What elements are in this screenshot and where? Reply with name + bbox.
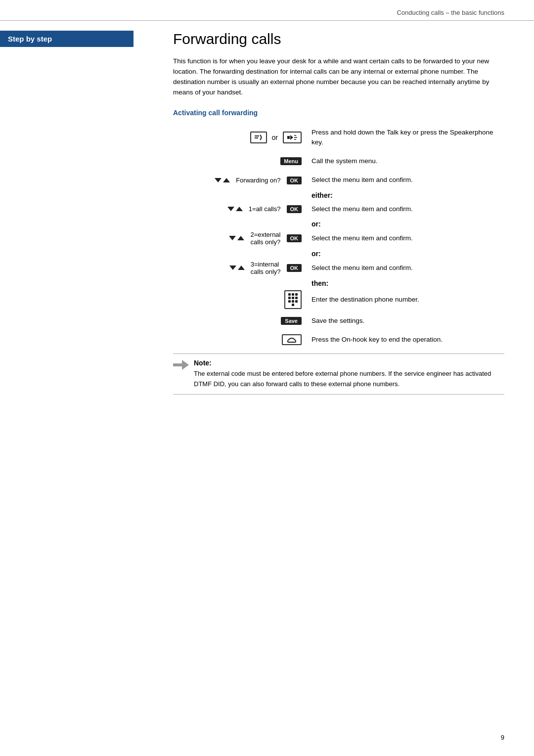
internal-calls-label: 3=internalcalls only? [251, 261, 281, 275]
up-arrow-all [236, 207, 243, 211]
up-arrow-ext [237, 236, 244, 240]
talk-key-icon [250, 132, 267, 143]
step-internal-calls-right: Select the menu item and confirm. [307, 261, 504, 275]
ok-key-internal: OK [287, 264, 302, 272]
or1-label-row: or: [173, 219, 504, 229]
nav-arrows-all-calls [227, 207, 243, 211]
external-calls-label: 2=externalcalls only? [250, 231, 280, 246]
step-by-step-banner: Step by step [0, 31, 134, 47]
speaker-icon-svg [287, 134, 298, 141]
all-calls-label: 1=all calls? [249, 205, 281, 213]
save-key: Save [281, 317, 302, 325]
page-number: 9 [501, 734, 504, 741]
nav-arrows-external [229, 236, 244, 240]
header-title: Conducting calls – the basic functions [397, 9, 504, 16]
keypad-icon [284, 290, 302, 309]
menu-key: Menu [280, 157, 302, 165]
step-save: Save Save the settings. [173, 312, 504, 330]
step-onhook: Press the On-hook key to end the operati… [173, 331, 504, 349]
step-menu-right: Call the system menu. [307, 154, 504, 168]
step-talk-key-right: Press and hold down the Talk key or pres… [307, 126, 504, 150]
down-arrow-int [229, 266, 236, 270]
left-panel: Step by step [0, 21, 153, 738]
onhook-icon [282, 334, 302, 345]
either-label-row: either: [173, 190, 504, 200]
then-label: then: [307, 278, 328, 288]
note-box: Note: The external code must be entered … [173, 354, 504, 394]
then-label-spacer [173, 278, 307, 288]
down-arrow-icon [215, 178, 222, 182]
intro-text: This function is for when you leave your… [173, 56, 504, 98]
right-panel: Forwarding calls This function is for wh… [153, 21, 534, 738]
down-arrow-all [227, 207, 234, 211]
note-content: Note: The external code must be entered … [194, 359, 504, 389]
note-arrow-icon [173, 360, 189, 370]
forwarding-on-label: Forwarding on? [236, 177, 280, 184]
step-onhook-left [173, 334, 307, 345]
nav-arrows-forwarding [215, 178, 230, 182]
step-keypad-left [173, 290, 307, 309]
handset-line-icon [254, 134, 263, 141]
step-keypad-right: Enter the destination phone number. [307, 293, 504, 307]
either-label: either: [307, 190, 333, 200]
then-label-row: then: [173, 278, 504, 288]
step-forwarding-on-right: Select the menu item and confirm. [307, 173, 504, 187]
step-all-calls-right: Select the menu item and confirm. [307, 202, 504, 216]
step-forwarding-on-left: Forwarding on? OK [173, 177, 307, 184]
onhook-svg [287, 337, 297, 343]
keypad-grid [288, 293, 298, 306]
section-heading: Activating call forwarding [173, 109, 504, 117]
or2-label-row: or: [173, 249, 504, 259]
step-menu-left: Menu [173, 157, 307, 165]
note-title: Note: [194, 359, 504, 367]
or2-label-spacer [173, 249, 307, 259]
nav-arrows-internal [229, 266, 245, 270]
page-title: Forwarding calls [173, 31, 504, 47]
step-talk-key-left: or [173, 132, 307, 143]
svg-rect-9 [173, 363, 182, 366]
step-external-calls-left: 2=externalcalls only? OK [173, 231, 307, 246]
svg-marker-10 [182, 360, 189, 370]
step-all-calls: 1=all calls? OK Select the menu item and… [173, 200, 504, 218]
step-onhook-right: Press the On-hook key to end the operati… [307, 333, 504, 347]
note-triple-arrow-svg [173, 360, 189, 370]
note-text: The external code must be entered before… [194, 369, 504, 389]
step-external-calls-right: Select the menu item and confirm. [307, 231, 504, 245]
step-external-calls: 2=externalcalls only? OK Select the menu… [173, 229, 504, 248]
either-label-spacer [173, 190, 307, 200]
or1-label-spacer [173, 219, 307, 229]
step-menu: Menu Call the system menu. [173, 152, 504, 170]
step-forwarding-on: Forwarding on? OK Select the menu item a… [173, 171, 504, 189]
speaker-key-icon [283, 132, 302, 143]
ok-key-all-calls: OK [287, 205, 302, 213]
step-save-right: Save the settings. [307, 314, 504, 328]
or1-label: or: [307, 219, 321, 229]
page-header: Conducting calls – the basic functions [0, 0, 534, 21]
ok-key-forwarding: OK [287, 177, 302, 184]
step-talk-key: or Press and hold down the Talk key or [173, 124, 504, 152]
svg-rect-2 [287, 136, 290, 139]
steps-container: or Press and hold down the Talk key or [173, 124, 504, 395]
up-arrow-int [238, 266, 245, 270]
step-keypad: Enter the destination phone number. [173, 288, 504, 311]
up-arrow-icon [223, 178, 230, 182]
ok-key-external: OK [287, 234, 302, 242]
or-text: or [272, 133, 278, 141]
down-arrow-ext [229, 236, 236, 240]
step-internal-calls: 3=internalcalls only? OK Select the menu… [173, 259, 504, 277]
step-all-calls-left: 1=all calls? OK [173, 205, 307, 213]
or2-label: or: [307, 249, 321, 259]
step-save-left: Save [173, 317, 307, 325]
step-internal-calls-left: 3=internalcalls only? OK [173, 261, 307, 275]
